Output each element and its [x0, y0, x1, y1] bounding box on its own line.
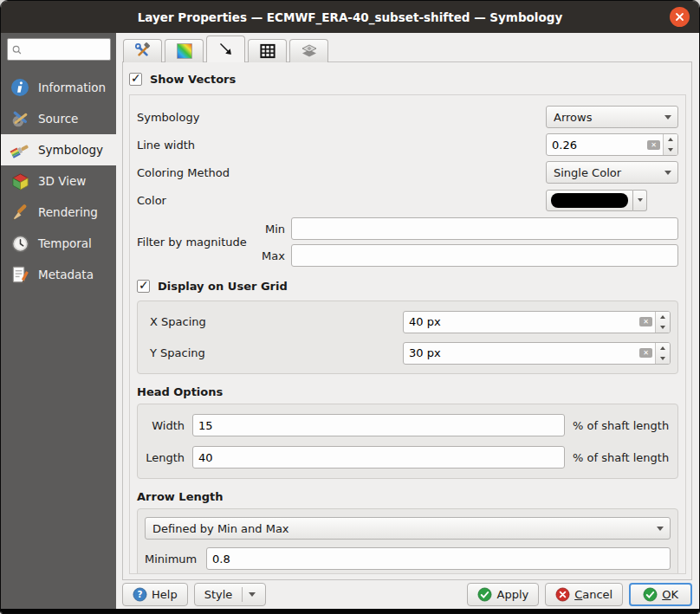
- color-dropdown-button[interactable]: [633, 190, 647, 211]
- tab-general-settings[interactable]: [123, 39, 162, 62]
- head-length-label: Length: [145, 451, 185, 464]
- clear-icon: ✕: [639, 317, 652, 326]
- chevron-down-icon: [664, 115, 671, 120]
- rainbow-gradient-icon: [176, 42, 193, 60]
- symbology-combobox[interactable]: Arrows: [546, 106, 678, 128]
- sidebar-search-box: [7, 38, 111, 61]
- y-spacing-label: Y Spacing: [145, 346, 403, 359]
- filter-max-row: Max: [261, 244, 678, 267]
- head-width-input[interactable]: [192, 414, 565, 436]
- sidebar-search-input[interactable]: [25, 43, 107, 55]
- y-spacing-row: Y Spacing ✕: [145, 340, 671, 365]
- x-spacing-spin-buttons: [655, 312, 670, 333]
- sidebar-item-label: Metadata: [38, 268, 94, 281]
- sidebar-item-label: 3D View: [38, 174, 86, 188]
- cube-3d-icon: [10, 171, 30, 191]
- tab-vectors[interactable]: [206, 36, 245, 62]
- window-title: Layer Properties — ECMWF_ERA-40_subset-s…: [138, 10, 563, 24]
- style-button[interactable]: Style: [194, 583, 267, 606]
- line-width-spin-buttons: [663, 134, 677, 155]
- show-vectors-row: Show Vectors: [129, 70, 686, 88]
- filter-fields: Min Max: [261, 217, 678, 267]
- clear-value-button[interactable]: ✕: [637, 343, 655, 364]
- layers-icon: [301, 42, 318, 60]
- tab-stacked-meshes[interactable]: [289, 39, 328, 62]
- clock-icon: [10, 233, 30, 254]
- filter-min-input[interactable]: [291, 217, 678, 240]
- apply-button-label: Apply: [496, 588, 528, 601]
- head-length-input[interactable]: [192, 446, 565, 469]
- sidebar-item-3d-view[interactable]: 3D View: [1, 165, 116, 197]
- arrow-minimum-label: Minimum: [145, 553, 198, 566]
- line-width-row: Line width ✕: [137, 131, 678, 158]
- symbology-label: Symbology: [137, 111, 546, 124]
- coloring-method-row: Coloring Method Single Color: [137, 158, 678, 186]
- clear-value-button[interactable]: ✕: [637, 312, 655, 333]
- close-button[interactable]: [670, 7, 690, 27]
- triangle-up-icon: [660, 315, 665, 319]
- user-grid-label: Display on User Grid: [158, 280, 288, 293]
- sidebar-item-source[interactable]: Source: [1, 103, 116, 134]
- tab-contours[interactable]: [165, 39, 204, 62]
- filter-min-label: Min: [261, 223, 285, 236]
- x-spacing-input[interactable]: [404, 312, 637, 333]
- dialog-button-box: ? Help Style Apply Cancel: [122, 580, 692, 609]
- titlebar: Layer Properties — ECMWF_ERA-40_subset-s…: [1, 1, 699, 33]
- spin-up-button[interactable]: [656, 312, 670, 322]
- style-button-label: Style: [204, 588, 233, 601]
- show-vectors-checkbox[interactable]: [129, 73, 142, 86]
- chevron-down-icon: [249, 592, 256, 597]
- chevron-down-icon: [664, 171, 671, 175]
- head-options-groupbox: Width % of shaft length Length % of shaf…: [137, 404, 678, 479]
- cancel-x-icon: [555, 587, 570, 602]
- sidebar-item-rendering[interactable]: Rendering: [1, 197, 116, 228]
- color-label: Color: [137, 194, 546, 207]
- sidebar-item-symbology[interactable]: Symbology: [1, 134, 116, 165]
- sidebar-item-label: Source: [38, 112, 78, 126]
- close-icon: [675, 12, 684, 22]
- tab-mesh-frame[interactable]: [248, 39, 287, 62]
- sidebar-item-information[interactable]: Information: [1, 72, 116, 103]
- sidebar-item-metadata[interactable]: Metadata: [1, 259, 116, 290]
- line-width-input[interactable]: [547, 134, 645, 155]
- clear-icon: ✕: [647, 140, 660, 150]
- sidebar: Information Source Symbology: [1, 33, 116, 609]
- filter-max-label: Max: [261, 249, 285, 262]
- rendering-brush-icon: [10, 202, 30, 223]
- help-button[interactable]: ? Help: [122, 583, 188, 606]
- sidebar-item-label: Rendering: [38, 205, 98, 219]
- clear-value-button[interactable]: ✕: [645, 134, 663, 155]
- arrow-length-mode-combobox[interactable]: Defined by Min and Max: [145, 517, 671, 540]
- ok-button-label: OK: [662, 588, 678, 601]
- user-grid-groupbox: X Spacing ✕ Y Spacing: [137, 301, 678, 374]
- spin-down-button[interactable]: [656, 353, 670, 364]
- spin-down-button[interactable]: [656, 322, 670, 333]
- color-row: Color: [137, 186, 678, 214]
- apply-button[interactable]: Apply: [467, 583, 539, 606]
- cancel-button-label: Cancel: [574, 588, 612, 601]
- symbology-tabbar: [122, 33, 692, 61]
- spin-up-button[interactable]: [656, 343, 670, 353]
- ok-button[interactable]: OK: [629, 583, 692, 606]
- sidebar-item-label: Temporal: [38, 236, 92, 250]
- line-width-label: Line width: [137, 139, 546, 152]
- spin-up-button[interactable]: [664, 134, 677, 145]
- apply-check-icon: [477, 587, 492, 602]
- vector-settings-frame: Symbology Arrows Line width ✕: [129, 94, 686, 574]
- filter-max-input[interactable]: [291, 244, 678, 267]
- user-grid-checkbox[interactable]: [137, 280, 150, 293]
- coloring-method-combobox[interactable]: Single Color: [546, 161, 678, 184]
- ok-check-icon: [643, 587, 658, 602]
- symbology-row: Symbology Arrows: [137, 103, 678, 131]
- window-bottom-edge: [1, 609, 699, 613]
- arrow-length-mode-value: Defined by Min and Max: [152, 522, 657, 535]
- color-swatch-button[interactable]: [546, 190, 633, 211]
- x-spacing-row: X Spacing ✕: [145, 309, 671, 334]
- arrow-minimum-input[interactable]: [206, 547, 671, 570]
- y-spacing-input[interactable]: [404, 343, 637, 364]
- spin-down-button[interactable]: [664, 145, 677, 155]
- y-spacing-spin-buttons: [655, 343, 670, 364]
- sidebar-item-temporal[interactable]: Temporal: [1, 228, 116, 259]
- hammer-wrench-icon: [134, 42, 152, 60]
- cancel-button[interactable]: Cancel: [545, 583, 623, 606]
